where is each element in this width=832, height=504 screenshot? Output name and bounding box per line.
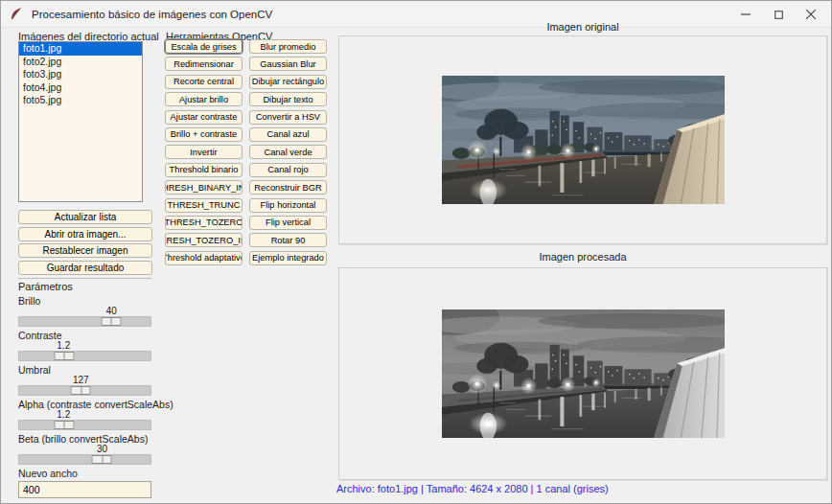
original-image-panel (338, 35, 827, 244)
slider-group-beta: Beta (brillo convertScaleAbs) 30 (18, 433, 151, 465)
tool-brightness-contrast-button[interactable]: Brillo + contraste (165, 127, 243, 142)
slider-group-brillo: Brillo 40 (18, 295, 151, 327)
slider-thumb[interactable] (71, 386, 91, 395)
slider-value: 30 (97, 444, 107, 454)
open-other-image-button[interactable]: Abrir otra imagen... (18, 227, 152, 241)
contraste-slider[interactable] (18, 351, 151, 361)
tool-resize-button[interactable]: Redimensionar (165, 57, 243, 71)
slider-thumb[interactable] (54, 421, 74, 429)
beta-slider[interactable] (18, 454, 151, 465)
tools-grid: Escala de grises Blur promedio Redimensi… (165, 39, 327, 265)
slider-group-contraste: Contraste 1.2 (18, 330, 151, 361)
processed-image-panel (338, 267, 827, 480)
new-width-label: Nuevo ancho (18, 468, 78, 479)
file-list-item[interactable]: foto1.jpg (19, 42, 142, 56)
slider-thumb[interactable] (54, 352, 74, 360)
tool-blur-avg-button[interactable]: Blur promedio (249, 39, 327, 54)
window-title: Procesamiento básico de imágenes con Ope… (32, 9, 272, 20)
slider-label: Brillo (18, 295, 151, 307)
close-icon (806, 10, 816, 19)
original-image-label: Imagen original (338, 21, 827, 33)
tool-draw-text-button[interactable]: Dibujar texto (249, 92, 327, 106)
slider-value: 1.2 (57, 409, 70, 420)
slider-label: Alpha (contraste convertScaleAbs) (18, 399, 151, 410)
minimize-icon (741, 10, 751, 19)
slider-thumb[interactable] (92, 455, 112, 464)
tool-draw-rect-button[interactable]: Dibujar rectángulo (249, 75, 327, 89)
tool-flip-horizontal-button[interactable]: Flip horizontal (249, 198, 327, 213)
tool-green-channel-button[interactable]: Canal verde (249, 145, 327, 159)
app-window: Procesamiento básico de imágenes con Ope… (0, 0, 832, 504)
file-list-item[interactable]: foto5.jpg (19, 94, 142, 107)
slider-label: Contraste (18, 330, 151, 341)
slider-value: 127 (73, 375, 89, 385)
maximize-icon (774, 11, 783, 19)
tool-adaptive-threshold-button[interactable]: Threshold adaptativo (165, 251, 243, 265)
new-width-input[interactable] (18, 481, 151, 498)
umbral-slider[interactable] (18, 385, 151, 396)
tool-rebuild-bgr-button[interactable]: Reconstruir BGR (249, 180, 327, 195)
file-list-item[interactable]: foto4.jpg (19, 81, 142, 95)
tool-red-channel-button[interactable]: Canal rojo (249, 163, 327, 177)
tool-integrated-example-button[interactable]: Ejemplo integrado (249, 251, 327, 265)
processed-image-label: Imagen procesada (338, 251, 827, 263)
file-list-item[interactable]: foto2.jpg (19, 56, 142, 69)
save-result-button[interactable]: Guardar resultado (18, 261, 152, 275)
slider-group-umbral: Umbral 127 (18, 364, 151, 396)
tool-thresh-trunc-button[interactable]: THRESH_TRUNC (165, 198, 243, 213)
refresh-list-button[interactable]: Actualizar lista (18, 210, 152, 224)
tool-threshold-binary-button[interactable]: Threshold binario (165, 163, 243, 177)
tool-gaussian-blur-button[interactable]: Gaussian Blur (249, 57, 327, 71)
app-feather-icon (9, 7, 23, 21)
slider-value: 40 (106, 306, 117, 316)
tool-grayscale-button[interactable]: Escala de grises (165, 39, 243, 54)
slider-label: Beta (brillo convertScaleAbs) (18, 433, 151, 445)
tool-adjust-brightness-button[interactable]: Ajustar brillo (165, 92, 243, 106)
original-image (442, 76, 725, 204)
tool-thresh-tozero-inv-button[interactable]: THRESH_TOZERO_INV (165, 233, 243, 247)
brillo-slider[interactable] (18, 316, 151, 327)
tool-adjust-contrast-button[interactable]: Ajustar contraste (165, 110, 243, 125)
parameters-title: Parámetros (18, 281, 73, 292)
tool-blue-channel-button[interactable]: Canal azul (249, 127, 327, 142)
reset-image-button[interactable]: Restablecer imagen (18, 243, 152, 258)
slider-thumb[interactable] (101, 317, 121, 326)
processed-image (442, 309, 725, 438)
tool-convert-hsv-button[interactable]: Convertir a HSV (249, 110, 327, 125)
alpha-slider[interactable] (18, 420, 151, 430)
file-list-item[interactable]: foto3.jpg (19, 68, 142, 81)
tool-center-crop-button[interactable]: Recorte central (165, 75, 243, 89)
tool-thresh-binary-inv-button[interactable]: THRESH_BINARY_INV (165, 180, 243, 195)
tool-invert-button[interactable]: Invertir (165, 145, 243, 159)
file-listbox[interactable]: foto1.jpg foto2.jpg foto3.jpg foto4.jpg … (18, 41, 143, 202)
tool-flip-vertical-button[interactable]: Flip vertical (249, 216, 327, 230)
slider-group-alpha: Alpha (contraste convertScaleAbs) 1.2 (18, 399, 151, 430)
left-separator (18, 278, 151, 279)
tool-thresh-tozero-button[interactable]: THRESH_TOZERO (165, 216, 243, 230)
slider-value: 1.2 (57, 340, 70, 351)
status-bar: Archivo: foto1.jpg | Tamaño: 4624 x 2080… (336, 483, 609, 494)
tool-rotate-90-button[interactable]: Rotar 90 (249, 233, 327, 247)
